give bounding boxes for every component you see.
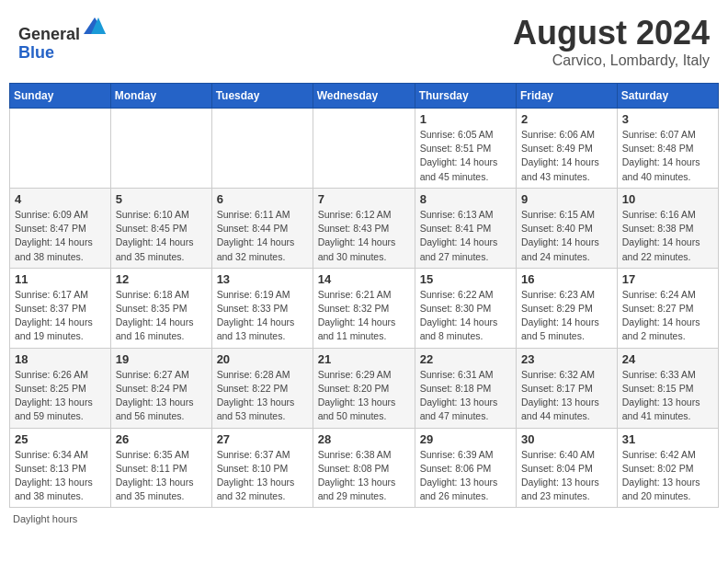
day-number: 7 <box>318 192 410 206</box>
day-detail: Sunrise: 6:09 AM Sunset: 8:47 PM Dayligh… <box>15 208 106 264</box>
calendar-cell: 7Sunrise: 6:12 AM Sunset: 8:43 PM Daylig… <box>313 188 415 268</box>
day-detail: Sunrise: 6:40 AM Sunset: 8:04 PM Dayligh… <box>521 448 612 504</box>
day-detail: Sunrise: 6:38 AM Sunset: 8:08 PM Dayligh… <box>318 448 410 504</box>
day-number: 11 <box>15 272 106 286</box>
calendar-cell: 28Sunrise: 6:38 AM Sunset: 8:08 PM Dayli… <box>313 428 415 508</box>
logo: General Blue <box>18 14 108 63</box>
day-number: 13 <box>217 272 308 286</box>
day-detail: Sunrise: 6:34 AM Sunset: 8:13 PM Dayligh… <box>15 448 106 504</box>
calendar-cell: 27Sunrise: 6:37 AM Sunset: 8:10 PM Dayli… <box>211 428 313 508</box>
day-number: 21 <box>318 352 410 366</box>
day-number: 27 <box>217 432 308 446</box>
calendar-cell: 18Sunrise: 6:26 AM Sunset: 8:25 PM Dayli… <box>10 348 111 428</box>
calendar-cell: 2Sunrise: 6:06 AM Sunset: 8:49 PM Daylig… <box>517 109 618 189</box>
day-number: 3 <box>622 112 713 126</box>
calendar-day-header: Saturday <box>617 84 718 109</box>
calendar-cell: 14Sunrise: 6:21 AM Sunset: 8:32 PM Dayli… <box>313 268 415 348</box>
day-detail: Sunrise: 6:33 AM Sunset: 8:15 PM Dayligh… <box>622 368 713 424</box>
calendar-cell: 25Sunrise: 6:34 AM Sunset: 8:13 PM Dayli… <box>10 428 111 508</box>
day-detail: Sunrise: 6:32 AM Sunset: 8:17 PM Dayligh… <box>521 368 612 424</box>
calendar-cell: 21Sunrise: 6:29 AM Sunset: 8:20 PM Dayli… <box>313 348 415 428</box>
day-number: 23 <box>521 352 612 366</box>
day-detail: Sunrise: 6:15 AM Sunset: 8:40 PM Dayligh… <box>521 208 612 264</box>
day-number: 28 <box>318 432 410 446</box>
day-number: 1 <box>420 112 511 126</box>
day-number: 18 <box>15 352 106 366</box>
day-detail: Sunrise: 6:35 AM Sunset: 8:11 PM Dayligh… <box>116 448 207 504</box>
day-number: 24 <box>622 352 713 366</box>
calendar-cell: 13Sunrise: 6:19 AM Sunset: 8:33 PM Dayli… <box>211 268 313 348</box>
calendar-cell: 30Sunrise: 6:40 AM Sunset: 8:04 PM Dayli… <box>517 428 618 508</box>
day-number: 10 <box>622 192 713 206</box>
day-detail: Sunrise: 6:37 AM Sunset: 8:10 PM Dayligh… <box>217 448 308 504</box>
calendar-cell: 31Sunrise: 6:42 AM Sunset: 8:02 PM Dayli… <box>617 428 718 508</box>
day-number: 31 <box>622 432 713 446</box>
calendar-cell: 3Sunrise: 6:07 AM Sunset: 8:48 PM Daylig… <box>617 109 718 189</box>
day-detail: Sunrise: 6:31 AM Sunset: 8:18 PM Dayligh… <box>420 368 511 424</box>
day-detail: Sunrise: 6:11 AM Sunset: 8:44 PM Dayligh… <box>217 208 308 264</box>
calendar-day-header: Wednesday <box>313 84 415 109</box>
calendar-cell: 23Sunrise: 6:32 AM Sunset: 8:17 PM Dayli… <box>517 348 618 428</box>
day-number: 8 <box>420 192 511 206</box>
logo-blue: Blue <box>18 43 54 62</box>
day-detail: Sunrise: 6:42 AM Sunset: 8:02 PM Dayligh… <box>622 448 713 504</box>
day-detail: Sunrise: 6:07 AM Sunset: 8:48 PM Dayligh… <box>622 128 713 184</box>
page-header: General Blue August 2024 Carvico, Lombar… <box>9 9 719 74</box>
calendar-week-row: 11Sunrise: 6:17 AM Sunset: 8:37 PM Dayli… <box>10 268 719 348</box>
day-number: 9 <box>521 192 612 206</box>
calendar-day-header: Thursday <box>415 84 516 109</box>
calendar-table: SundayMondayTuesdayWednesdayThursdayFrid… <box>9 83 719 508</box>
day-detail: Sunrise: 6:24 AM Sunset: 8:27 PM Dayligh… <box>622 288 713 344</box>
calendar-cell: 6Sunrise: 6:11 AM Sunset: 8:44 PM Daylig… <box>211 188 313 268</box>
day-detail: Sunrise: 6:17 AM Sunset: 8:37 PM Dayligh… <box>15 288 106 344</box>
calendar-day-header: Monday <box>110 84 211 109</box>
day-number: 29 <box>420 432 511 446</box>
calendar-cell <box>313 109 415 189</box>
day-number: 17 <box>622 272 713 286</box>
day-number: 12 <box>116 272 207 286</box>
calendar-header-row: SundayMondayTuesdayWednesdayThursdayFrid… <box>10 84 719 109</box>
calendar-cell: 4Sunrise: 6:09 AM Sunset: 8:47 PM Daylig… <box>10 188 111 268</box>
day-detail: Sunrise: 6:16 AM Sunset: 8:38 PM Dayligh… <box>622 208 713 264</box>
calendar-cell <box>110 109 211 189</box>
calendar-day-header: Tuesday <box>211 84 313 109</box>
day-detail: Sunrise: 6:29 AM Sunset: 8:20 PM Dayligh… <box>318 368 410 424</box>
footer: Daylight hours <box>9 513 719 524</box>
day-detail: Sunrise: 6:06 AM Sunset: 8:49 PM Dayligh… <box>521 128 612 184</box>
calendar-day-header: Friday <box>517 84 618 109</box>
day-detail: Sunrise: 6:28 AM Sunset: 8:22 PM Dayligh… <box>217 368 308 424</box>
day-number: 26 <box>116 432 207 446</box>
day-number: 20 <box>217 352 308 366</box>
day-detail: Sunrise: 6:12 AM Sunset: 8:43 PM Dayligh… <box>318 208 410 264</box>
logo-icon <box>82 14 108 40</box>
calendar-cell: 20Sunrise: 6:28 AM Sunset: 8:22 PM Dayli… <box>211 348 313 428</box>
calendar-cell: 15Sunrise: 6:22 AM Sunset: 8:30 PM Dayli… <box>415 268 516 348</box>
logo-general: General <box>18 25 80 43</box>
calendar-cell <box>211 109 313 189</box>
day-number: 6 <box>217 192 308 206</box>
day-detail: Sunrise: 6:22 AM Sunset: 8:30 PM Dayligh… <box>420 288 511 344</box>
day-detail: Sunrise: 6:23 AM Sunset: 8:29 PM Dayligh… <box>521 288 612 344</box>
calendar-cell: 5Sunrise: 6:10 AM Sunset: 8:45 PM Daylig… <box>110 188 211 268</box>
calendar-cell: 17Sunrise: 6:24 AM Sunset: 8:27 PM Dayli… <box>617 268 718 348</box>
day-detail: Sunrise: 6:27 AM Sunset: 8:24 PM Dayligh… <box>116 368 207 424</box>
day-number: 2 <box>521 112 612 126</box>
calendar-cell: 24Sunrise: 6:33 AM Sunset: 8:15 PM Dayli… <box>617 348 718 428</box>
day-number: 16 <box>521 272 612 286</box>
calendar-cell: 16Sunrise: 6:23 AM Sunset: 8:29 PM Dayli… <box>517 268 618 348</box>
title-block: August 2024 Carvico, Lombardy, Italy <box>513 14 710 69</box>
footer-text: Daylight hours <box>13 513 77 524</box>
calendar-day-header: Sunday <box>10 84 111 109</box>
main-title: August 2024 <box>513 14 710 52</box>
calendar-week-row: 25Sunrise: 6:34 AM Sunset: 8:13 PM Dayli… <box>10 428 719 508</box>
day-number: 25 <box>15 432 106 446</box>
day-detail: Sunrise: 6:18 AM Sunset: 8:35 PM Dayligh… <box>116 288 207 344</box>
calendar-cell: 29Sunrise: 6:39 AM Sunset: 8:06 PM Dayli… <box>415 428 516 508</box>
calendar-week-row: 4Sunrise: 6:09 AM Sunset: 8:47 PM Daylig… <box>10 188 719 268</box>
day-detail: Sunrise: 6:13 AM Sunset: 8:41 PM Dayligh… <box>420 208 511 264</box>
day-number: 15 <box>420 272 511 286</box>
calendar-week-row: 1Sunrise: 6:05 AM Sunset: 8:51 PM Daylig… <box>10 109 719 189</box>
day-detail: Sunrise: 6:39 AM Sunset: 8:06 PM Dayligh… <box>420 448 511 504</box>
day-number: 5 <box>116 192 207 206</box>
calendar-cell: 19Sunrise: 6:27 AM Sunset: 8:24 PM Dayli… <box>110 348 211 428</box>
